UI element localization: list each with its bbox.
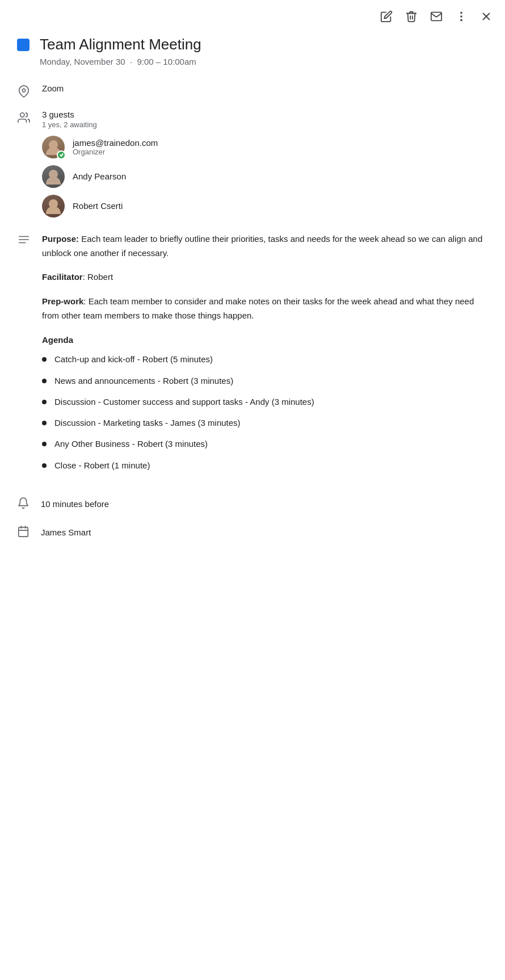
guests-count: 3 guests xyxy=(42,110,488,119)
guests-row: 3 guests 1 yes, 2 awaiting james@trained… xyxy=(0,104,505,223)
list-item: james@trainedon.com Organizer xyxy=(42,136,488,158)
event-datetime: Monday, November 30 · 9:00 – 10:00am xyxy=(40,57,201,66)
event-date-separator: · xyxy=(128,57,137,66)
purpose-paragraph: Purpose: Each team leader to briefly out… xyxy=(42,232,488,261)
description-section: Purpose: Each team leader to briefly out… xyxy=(0,223,505,489)
event-header: Team Alignment Meeting Monday, November … xyxy=(0,30,505,78)
purpose-label: Purpose: xyxy=(42,234,79,244)
facilitator-text: : Robert xyxy=(83,272,113,282)
list-item: Catch-up and kick-off - Robert (5 minute… xyxy=(42,353,488,366)
event-title: Team Alignment Meeting xyxy=(40,35,201,55)
agenda-item-text: Any Other Business - Robert (3 minutes) xyxy=(54,437,208,450)
agenda-item-text: Discussion - Marketing tasks - James (3 … xyxy=(54,416,241,429)
svg-point-2 xyxy=(461,20,462,21)
agenda-item-text: Close - Robert (1 minute) xyxy=(54,459,150,472)
reminder-row: 10 minutes before xyxy=(0,489,505,520)
calendar-icon xyxy=(17,525,30,540)
agenda-item-text: Discussion - Customer success and suppor… xyxy=(54,395,314,408)
svg-point-6 xyxy=(20,113,24,117)
avatar xyxy=(42,195,65,217)
list-item: News and announcements - Robert (3 minut… xyxy=(42,374,488,387)
location-row: Zoom xyxy=(0,78,505,104)
event-color-dot xyxy=(17,39,30,51)
reminder-icon xyxy=(17,497,30,512)
check-badge xyxy=(57,150,66,160)
guests-icon xyxy=(17,111,31,124)
toolbar xyxy=(0,0,505,30)
bullet-icon xyxy=(42,379,47,383)
guest-role: Organizer xyxy=(73,148,158,156)
guest-name: Andy Pearson xyxy=(73,171,126,181)
list-item: Discussion - Customer success and suppor… xyxy=(42,395,488,408)
agenda-paragraph: Agenda Catch-up and kick-off - Robert (5… xyxy=(42,333,488,472)
guest-name: Robert Cserti xyxy=(73,201,123,211)
facilitator-label: Facilitator xyxy=(42,272,83,282)
list-item: Andy Pearson xyxy=(42,165,488,188)
agenda-list: Catch-up and kick-off - Robert (5 minute… xyxy=(42,353,488,472)
prepwork-text: : Each team member to consider and make … xyxy=(42,296,474,320)
avatar xyxy=(42,165,65,188)
list-item: Close - Robert (1 minute) xyxy=(42,459,488,472)
calendar-owner-row: James Smart xyxy=(0,520,505,546)
svg-rect-10 xyxy=(19,527,28,537)
event-time: 9:00 – 10:00am xyxy=(137,57,196,66)
description-icon xyxy=(17,233,31,247)
svg-point-1 xyxy=(461,16,462,17)
agenda-item-text: Catch-up and kick-off - Robert (5 minute… xyxy=(54,353,213,366)
bullet-icon xyxy=(42,357,47,362)
svg-point-5 xyxy=(22,89,26,92)
bullet-icon xyxy=(42,442,47,446)
email-button[interactable] xyxy=(429,9,444,24)
description-body: Purpose: Each team leader to briefly out… xyxy=(42,232,488,480)
facilitator-paragraph: Facilitator: Robert xyxy=(42,270,488,284)
svg-point-0 xyxy=(461,12,462,14)
list-item: Discussion - Marketing tasks - James (3 … xyxy=(42,416,488,429)
reminder-text: 10 minutes before xyxy=(41,499,109,509)
guests-status: 1 yes, 2 awaiting xyxy=(42,120,488,129)
list-item: Any Other Business - Robert (3 minutes) xyxy=(42,437,488,450)
agenda-label: Agenda xyxy=(42,333,488,347)
location-icon xyxy=(17,85,31,98)
prepwork-label: Prep-work xyxy=(42,296,83,306)
location-text: Zoom xyxy=(42,83,488,93)
purpose-text: Each team leader to briefly outline thei… xyxy=(42,234,482,258)
avatar-robert xyxy=(42,195,65,217)
guest-name: james@trainedon.com xyxy=(73,138,158,148)
bullet-icon xyxy=(42,463,47,468)
prepwork-paragraph: Prep-work: Each team member to consider … xyxy=(42,295,488,323)
bullet-icon xyxy=(42,421,47,425)
edit-button[interactable] xyxy=(379,9,394,24)
close-button[interactable] xyxy=(479,9,494,24)
list-item: Robert Cserti xyxy=(42,195,488,217)
agenda-item-text: News and announcements - Robert (3 minut… xyxy=(54,374,233,387)
guest-list: james@trainedon.com Organizer Andy Pears… xyxy=(42,136,488,217)
avatar-andy xyxy=(42,165,65,188)
avatar xyxy=(42,136,65,158)
calendar-owner-text: James Smart xyxy=(41,527,91,537)
delete-button[interactable] xyxy=(404,9,419,24)
event-date: Monday, November 30 xyxy=(40,57,125,66)
bullet-icon xyxy=(42,400,47,404)
more-options-button[interactable] xyxy=(454,9,469,24)
